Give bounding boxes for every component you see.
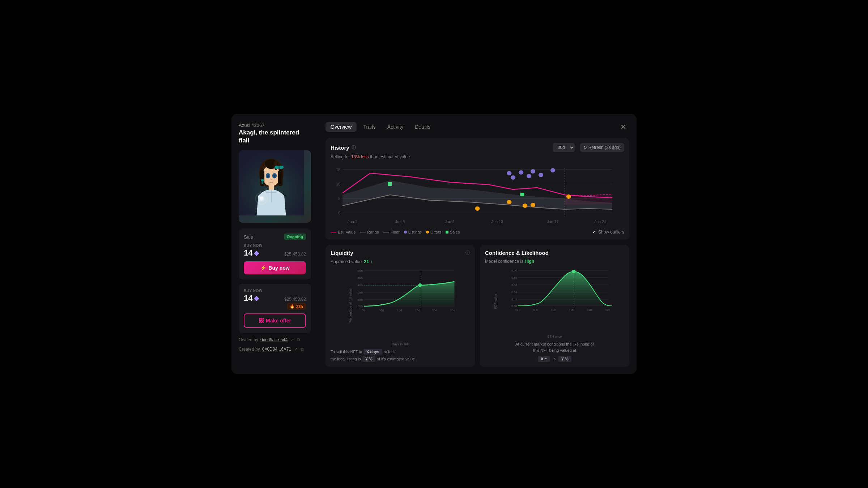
svg-rect-15: [269, 185, 274, 190]
svg-text:20%: 20%: [357, 277, 363, 280]
owned-by-value[interactable]: 0xed5a...c544: [260, 337, 288, 342]
history-chart: 15 10 5 0: [331, 162, 624, 227]
ongoing-badge: Ongoing: [284, 234, 306, 240]
svg-point-10: [273, 175, 276, 178]
modal: Azuki #2367 Akagi, the splintered flail: [231, 114, 637, 374]
liquidity-header: Liquidity ⓘ: [331, 250, 470, 256]
tab-details[interactable]: Details: [410, 122, 435, 132]
model-confidence-value: High: [524, 259, 534, 264]
svg-point-44: [566, 194, 571, 199]
svg-point-35: [531, 169, 535, 174]
owned-by-copy-icon[interactable]: ⧉: [297, 337, 300, 342]
buy-now-label-2: BUY NOW: [244, 289, 306, 293]
svg-point-9: [267, 175, 269, 178]
buy-label: Buy now: [268, 265, 289, 271]
eth-price-1: 14 ◆: [244, 248, 259, 258]
svg-point-65: [418, 283, 422, 287]
pct-pill: Y %: [362, 356, 375, 362]
history-title: History ⓘ: [331, 145, 356, 151]
legend-offers: Offers: [426, 230, 441, 234]
refresh-icon: ↻: [583, 145, 587, 150]
history-percent: 13% less: [351, 154, 369, 159]
svg-text:20d: 20d: [432, 309, 437, 312]
conf-y-axis-label: PDF value: [494, 294, 497, 309]
svg-point-39: [550, 168, 555, 172]
sell-info-row: To sell this NFT in X days or less: [331, 349, 470, 355]
svg-text:00%: 00%: [357, 269, 363, 273]
close-button[interactable]: ✕: [617, 121, 629, 133]
legend-est-value: Est. Value: [331, 230, 356, 234]
make-offer-button[interactable]: 🖼 Make offer: [244, 313, 306, 328]
svg-text:0.54: 0.54: [511, 291, 517, 294]
tab-activity[interactable]: Activity: [382, 122, 408, 132]
liquidity-info-icon[interactable]: ⓘ: [465, 250, 470, 256]
created-by-row: Created by 0×0D04...6A71 ↗ ⧉: [239, 347, 311, 352]
period-select[interactable]: 30d 7d 90d: [553, 143, 575, 152]
eth-icon-1: ◆: [254, 249, 259, 257]
confidence-info: At current market conditions the likelih…: [485, 341, 624, 362]
svg-text:≡15: ≡15: [569, 308, 574, 312]
svg-text:≡0.5: ≡0.5: [532, 308, 538, 312]
svg-text:Jun 5: Jun 5: [395, 220, 405, 223]
tab-traits[interactable]: Traits: [358, 122, 380, 132]
svg-text:Jun 9: Jun 9: [445, 220, 455, 223]
svg-text:Jun 13: Jun 13: [491, 220, 503, 223]
owned-by-link-icon[interactable]: ↗: [290, 337, 294, 342]
svg-rect-31: [388, 182, 392, 186]
ideal-listing-row: the ideal listing is Y % of it's estimat…: [331, 356, 470, 362]
svg-point-16: [261, 179, 264, 181]
created-by-value[interactable]: 0×0D04...6A71: [262, 347, 291, 352]
history-header: History ⓘ 30d 7d 90d ↻ Refresh (2s ago): [331, 143, 624, 152]
svg-rect-6: [278, 170, 283, 186]
owned-by-label: Owned by: [239, 337, 258, 342]
timer-badge: 🔥 23h: [287, 303, 306, 310]
usd-price-2: $25,453.82: [284, 297, 306, 302]
owned-by-row: Owned by 0xed5a...c544 ↗ ⧉: [239, 337, 311, 342]
conf-x-pill: X ≡: [538, 356, 550, 362]
show-outliers-label: Show outliers: [598, 230, 624, 235]
svg-text:15d: 15d: [415, 309, 420, 312]
legend-floor: Floor: [383, 230, 400, 234]
svg-point-37: [527, 174, 531, 178]
svg-text:≡25: ≡25: [605, 308, 610, 312]
right-panel: Overview Traits Activity Details ✕ Histo…: [318, 114, 637, 374]
refresh-button[interactable]: ↻ Refresh (2s ago): [580, 143, 624, 152]
sale-box-1: Sale Ongoing BUY NOW 14 ◆ $25,453.82 ⚡: [239, 228, 311, 279]
eth-amount-2: 14: [244, 294, 252, 303]
liquidity-chart: Percentage of full value: [345, 267, 470, 344]
eth-icon-2: ◆: [254, 294, 259, 302]
created-by-link-icon[interactable]: ↗: [294, 347, 298, 352]
liquidity-title: Liquidity: [331, 250, 353, 256]
svg-text:0.58: 0.58: [511, 276, 517, 279]
check-icon: ✓: [592, 230, 596, 235]
svg-point-41: [507, 200, 511, 204]
svg-point-14: [271, 179, 272, 180]
history-info-icon[interactable]: ⓘ: [352, 145, 356, 151]
tab-overview[interactable]: Overview: [326, 122, 357, 132]
days-pill: X days: [363, 349, 382, 355]
price-row-1: 14 ◆ $25,453.82: [244, 248, 306, 258]
svg-point-13: [278, 166, 280, 168]
price-row-2: 14 ◆ $25,453.82 🔥 23h: [244, 294, 306, 310]
nft-title: Akagi, the splintered flail: [239, 129, 311, 145]
svg-point-34: [519, 170, 523, 175]
modal-overlay: Azuki #2367 Akagi, the splintered flail: [0, 0, 868, 488]
confidence-title: Confidence & Likelihood: [485, 250, 549, 256]
confidence-pills: X ≡ is Y %: [485, 356, 624, 362]
svg-point-43: [531, 203, 535, 207]
chart-legend: Est. Value Range Floor Listings: [331, 230, 624, 235]
history-subtitle: Selling for 13% less than estimated valu…: [331, 154, 624, 159]
tabs-row: Overview Traits Activity Details ✕: [326, 121, 629, 133]
legend-listings: Listings: [404, 230, 422, 234]
liquidity-info: To sell this NFT in X days or less the i…: [331, 349, 470, 362]
buy-now-button[interactable]: ⚡ Buy now: [244, 261, 306, 274]
svg-text:0: 0: [338, 211, 340, 215]
left-panel: Azuki #2367 Akagi, the splintered flail: [231, 114, 318, 374]
show-outliers-toggle[interactable]: ✓ Show outliers: [592, 230, 624, 235]
buy-now-label-1: BUY NOW: [244, 244, 306, 248]
svg-point-33: [507, 171, 511, 175]
appraised-row: Appraised value 21 ↑: [331, 259, 470, 264]
nft-collection: Azuki #2367: [239, 123, 311, 128]
created-by-copy-icon[interactable]: ⧉: [301, 347, 304, 352]
liq-y-axis-label: Percentage of full value: [349, 288, 352, 322]
